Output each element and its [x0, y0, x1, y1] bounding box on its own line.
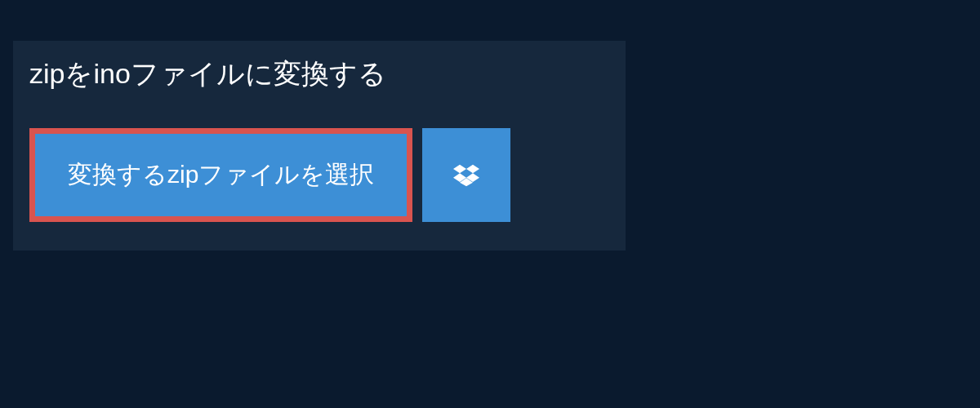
select-file-button[interactable]: 変換するzipファイルを選択: [29, 128, 412, 222]
select-file-label: 変換するzipファイルを選択: [68, 158, 374, 192]
title-bar: zipをinoファイルに変換する: [13, 41, 403, 108]
dropbox-button[interactable]: [422, 128, 510, 222]
button-row: 変換するzipファイルを選択: [13, 108, 626, 222]
page-title: zipをinoファイルに変換する: [29, 58, 386, 89]
dropbox-icon: [453, 162, 479, 188]
converter-panel: zipをinoファイルに変換する 変換するzipファイルを選択: [13, 41, 626, 251]
